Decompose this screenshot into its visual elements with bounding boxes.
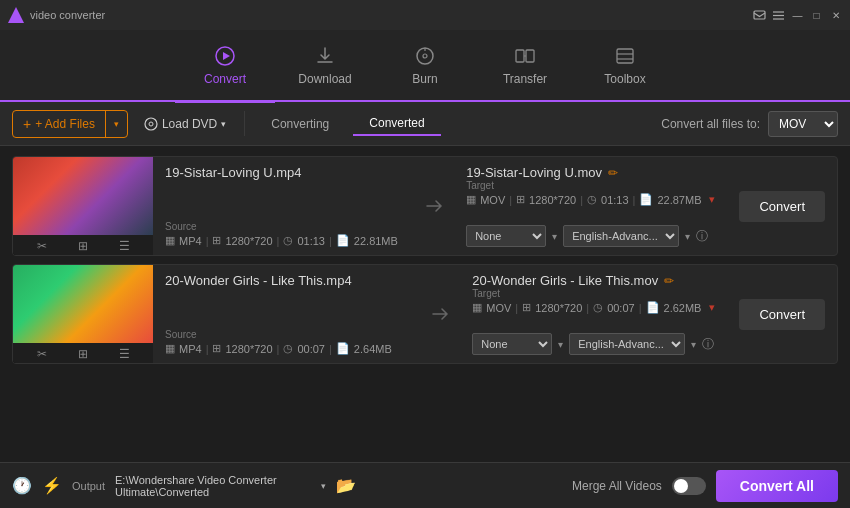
audio-select-2[interactable]: English-Advanc... [569,333,685,355]
titlebar: video converter — □ ✕ [0,0,850,30]
file-target-info-2: 20-Wonder Girls - Like This.mov ✏ Target… [460,265,727,363]
folder-icon[interactable]: 📂 [336,476,356,495]
svg-rect-0 [754,11,765,19]
power-icon[interactable]: ⚡ [42,476,62,495]
source-label-1: Source [165,221,402,232]
target-label-2: Target [472,288,715,299]
load-dvd-label: Load DVD [162,117,217,131]
add-files-button[interactable]: + + Add Files ▾ [12,110,128,138]
source-format-1: MP4 [179,235,202,247]
video-preview-2 [13,265,153,343]
format-select[interactable]: MOV MP4 AVI MKV [768,111,838,137]
video-preview-1 [13,157,153,235]
target-name-row-1: 19-Sistar-Loving U.mov ✏ [466,165,715,180]
convert-button-1[interactable]: Convert [739,191,825,222]
app-logo [8,7,24,23]
add-files-label: + Add Files [35,117,95,131]
audio-select-1[interactable]: English-Advanc... [563,225,679,247]
svg-point-16 [149,122,153,126]
info-icon-2[interactable]: ⓘ [702,336,714,353]
convert-all-button[interactable]: Convert All [716,470,838,502]
info-icon-1[interactable]: ⓘ [696,228,708,245]
svg-point-7 [423,54,427,58]
subtitle-row-1: None ▾ English-Advanc... ▾ ⓘ [466,225,715,247]
target-meta-2: ▦ MOV | ⊞ 1280*720 | ◷ 00:07 | 📄 2.62MB … [472,301,715,314]
nav-convert[interactable]: Convert [175,29,275,101]
converting-tab-label: Converting [271,117,329,131]
output-dropdown-icon[interactable]: ▾ [321,481,326,491]
add-files-dropdown[interactable]: ▾ [105,111,127,137]
convert-btn-col-1: Convert [727,157,837,255]
settings-icon-2[interactable]: ☰ [119,347,130,361]
arrow-2 [420,265,460,363]
target-format-1: MOV [480,194,505,206]
target-res-icon-2: ⊞ [522,301,531,314]
target-format-2: MOV [486,302,511,314]
settings-icon[interactable]: ☰ [119,239,130,253]
source-filename-2: 20-Wonder Girls - Like This.mp4 [165,273,408,288]
edit-filename-icon-2[interactable]: ✏ [664,274,674,288]
minimize-button[interactable]: — [791,9,804,22]
toolbar: + + Add Files ▾ Load DVD ▾ Converting Co… [0,102,850,146]
notification-icon[interactable] [753,9,766,22]
thumb-actions-2: ✂ ⊞ ☰ [13,343,153,363]
convert-button-2[interactable]: Convert [739,299,825,330]
target-label-1: Target [466,180,715,191]
tab-converting[interactable]: Converting [255,113,345,135]
resolution-icon-2: ⊞ [212,342,221,355]
file-thumbnail-2: ✂ ⊞ ☰ [13,265,153,363]
crop-icon[interactable]: ⊞ [78,239,88,253]
target-duration-2: 00:07 [607,302,635,314]
target-meta-1: ▦ MOV | ⊞ 1280*720 | ◷ 01:13 | 📄 22.87MB… [466,193,715,206]
convert-nav-icon [213,44,237,68]
target-name-row-2: 20-Wonder Girls - Like This.mov ✏ [472,273,715,288]
nav-toolbox[interactable]: Toolbox [575,29,675,101]
thumb-actions-1: ✂ ⊞ ☰ [13,235,153,255]
file-target-info-1: 19-Sistar-Loving U.mov ✏ Target ▦ MOV | … [454,157,727,255]
nav-transfer-label: Transfer [503,72,547,86]
toolbox-nav-icon [613,44,637,68]
resolution-icon-1: ⊞ [212,234,221,247]
crop-icon-2[interactable]: ⊞ [78,347,88,361]
cut-icon[interactable]: ✂ [37,239,47,253]
nav-burn-label: Burn [412,72,437,86]
subtitle-select-1[interactable]: None [466,225,546,247]
file-item: ✂ ⊞ ☰ 19-Sistar-Loving U.mp4 Source ▦ MP… [12,156,838,256]
edit-filename-icon-1[interactable]: ✏ [608,166,618,180]
nav-download[interactable]: Download [275,29,375,101]
target-format-icon-2: ▦ [472,301,482,314]
cut-icon-2[interactable]: ✂ [37,347,47,361]
plus-icon: + [23,116,31,132]
source-duration-1: 01:13 [297,235,325,247]
target-dur-icon-2: ◷ [593,301,603,314]
nav-burn[interactable]: Burn [375,29,475,101]
duration-icon-2: ◷ [283,342,293,355]
target-filename-2: 20-Wonder Girls - Like This.mov [472,273,658,288]
target-size-1: 22.87MB [657,194,701,206]
target-filename-1: 19-Sistar-Loving U.mov [466,165,602,180]
source-size-1: 22.81MB [354,235,398,247]
tab-converted[interactable]: Converted [353,112,440,136]
content-area: ✂ ⊞ ☰ 19-Sistar-Loving U.mp4 Source ▦ MP… [0,146,850,462]
source-filename-1: 19-Sistar-Loving U.mp4 [165,165,402,180]
target-res-icon-1: ⊞ [516,193,525,206]
maximize-button[interactable]: □ [810,9,823,22]
subtitle-select-2[interactable]: None [472,333,552,355]
size-icon-1: 📄 [336,234,350,247]
target-size-2: 2.62MB [664,302,702,314]
source-size-2: 2.64MB [354,343,392,355]
format-icon-1: ▦ [165,234,175,247]
load-dvd-button[interactable]: Load DVD ▾ [136,110,234,138]
convert-btn-col-2: Convert [727,265,837,363]
clock-icon[interactable]: 🕐 [12,476,32,495]
nav-transfer[interactable]: Transfer [475,29,575,101]
svg-rect-12 [617,49,633,63]
download-nav-icon [313,44,337,68]
target-settings-dropdown-1[interactable]: ▾ [709,193,715,206]
merge-toggle[interactable] [672,477,706,495]
menu-icon[interactable] [772,9,785,22]
subtitle-dropdown-arrow-2: ▾ [558,339,563,350]
nav-toolbox-label: Toolbox [604,72,645,86]
close-button[interactable]: ✕ [829,9,842,22]
target-settings-dropdown-2[interactable]: ▾ [709,301,715,314]
